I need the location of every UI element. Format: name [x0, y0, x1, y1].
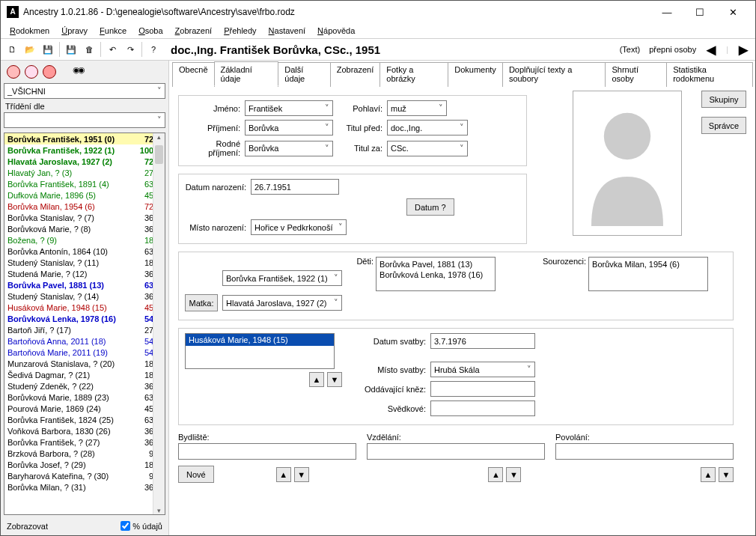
new-file-icon[interactable]: 🗋	[4, 41, 20, 58]
input-rodne[interactable]: Borůvka	[245, 141, 333, 156]
list-item[interactable]: Borůvka Pavel, 1881 (13)63 %	[4, 279, 165, 290]
menu-osoba[interactable]: Osoba	[134, 25, 167, 37]
delete-file-icon[interactable]: 🗑	[81, 41, 97, 58]
list-item[interactable]: Pourová Marie, 1869 (24)45 %	[4, 403, 165, 414]
list-item[interactable]: Studený Stanislav, ? (11)18 %	[4, 257, 165, 268]
input-vzdelani[interactable]	[367, 443, 545, 460]
spouse-down-icon[interactable]: ▼	[327, 372, 342, 387]
povolani-up-icon[interactable]: ▲	[701, 467, 716, 482]
tab-8[interactable]: Statistika rodokmenu	[666, 62, 753, 87]
list-item[interactable]: Borůvková Marie, ? (8)36 %	[4, 223, 165, 234]
help-icon[interactable]: ?	[145, 41, 162, 58]
select-misto-nar[interactable]: Hořice v Pedkrkonoší	[251, 219, 347, 235]
vzdelani-up-icon[interactable]: ▲	[488, 467, 503, 482]
list-item[interactable]: Borůvka Josef, ? (29)18 %	[4, 459, 165, 470]
list-item[interactable]: Munzarová Stanislava, ? (20)18 %	[4, 358, 165, 369]
binoculars-icon[interactable]	[73, 65, 86, 77]
povolani-down-icon[interactable]: ▼	[719, 467, 734, 482]
bydliste-up-icon[interactable]: ▲	[276, 467, 291, 482]
select-matka[interactable]: Hlavatá Jaroslava, 1927 (2)	[222, 295, 342, 311]
select-titul-za[interactable]: CSc.	[387, 141, 468, 156]
sourozenci-list[interactable]: Borůvka Milan, 1954 (6)	[588, 257, 708, 291]
switch-persons[interactable]: přepni osoby	[649, 45, 696, 54]
menu-nastaveni[interactable]: Nastavení	[264, 25, 311, 37]
undo-icon[interactable]: ↶	[104, 41, 121, 58]
spravce-button[interactable]: Správce	[701, 117, 746, 134]
tab-4[interactable]: Fotky a obrázky	[379, 62, 448, 87]
filter-combo[interactable]: _VŠICHNI	[4, 83, 165, 99]
menu-prehledy[interactable]: Přehledy	[219, 25, 260, 37]
list-item[interactable]: Borůvka Milan, 1954 (6)72 %	[4, 201, 165, 212]
person-male-icon[interactable]	[7, 65, 20, 79]
list-item[interactable]: Studený Stanislav, ? (14)36 %	[4, 290, 165, 302]
list-item[interactable]: Borůvka Milan, ? (31)36 %	[4, 481, 165, 493]
input-prijmeni[interactable]: Borůvka	[245, 120, 333, 135]
person-unknown-icon[interactable]	[43, 65, 56, 79]
tab-0[interactable]: Obecně	[172, 62, 215, 87]
menu-funkce[interactable]: Funkce	[95, 25, 131, 37]
menu-upravy[interactable]: Úpravy	[57, 25, 92, 37]
tab-7[interactable]: Shrnutí osoby	[605, 62, 667, 87]
sort-combo[interactable]	[4, 112, 165, 128]
close-button[interactable]: ✕	[716, 1, 749, 22]
list-item[interactable]: Borůvka František, 1922 (1)100 %	[4, 144, 165, 156]
avatar-box[interactable]	[573, 91, 682, 236]
menu-rodokmen[interactable]: Rodokmen	[5, 25, 54, 37]
deti-list[interactable]: Borůvka Pavel, 1881 (13)Borůvková Lenka,…	[376, 257, 496, 291]
input-jmeno[interactable]: František	[245, 100, 333, 116]
vzdelani-down-icon[interactable]: ▼	[506, 467, 521, 482]
spouse-list[interactable]: Husáková Marie, 1948 (15)	[185, 333, 335, 369]
list-item[interactable]: Božena, ? (9)18 %	[4, 234, 165, 246]
list-item[interactable]: Borůvka František, 1891 (4)63 %	[4, 178, 165, 189]
redo-icon[interactable]: ↷	[122, 41, 138, 58]
next-person-icon[interactable]: ▶	[737, 43, 749, 57]
nove-button[interactable]: Nové	[178, 466, 214, 483]
person-list[interactable]: Borůvka František, 1951 (0)72 %Borůvka F…	[4, 133, 165, 515]
select-misto-svatby[interactable]: Hrubá Skála	[430, 362, 535, 377]
pct-checkbox[interactable]: % údajů	[121, 521, 162, 531]
list-item[interactable]: Brzková Barbora, ? (28)9 %	[4, 448, 165, 459]
save-all-icon[interactable]: 💾	[63, 41, 79, 58]
list-item[interactable]: Borůvková Lenka, 1978 (16)54 %	[4, 313, 165, 324]
list-item[interactable]: Bartoňová Anna, 2011 (18)54 %	[4, 335, 165, 347]
list-item[interactable]: Šedivá Dagmar, ? (21)18 %	[4, 369, 165, 380]
select-otec[interactable]: Borůvka František, 1922 (1)	[222, 270, 342, 286]
list-item[interactable]: Borůvka František, 1824 (25)63 %	[4, 414, 165, 425]
input-knez[interactable]	[430, 381, 535, 397]
input-datum-nar[interactable]: 26.7.1951	[251, 179, 339, 195]
input-svedkove[interactable]	[430, 401, 535, 416]
list-item[interactable]: Borůvková Marie, 1889 (23)63 %	[4, 392, 165, 403]
select-pohlavi[interactable]: muž	[387, 100, 447, 116]
menu-napoveda[interactable]: Nápověda	[313, 25, 359, 37]
spouse-up-icon[interactable]: ▲	[309, 372, 324, 387]
list-item[interactable]: Borůvka Stanislav, ? (7)36 %	[4, 212, 165, 223]
matka-button[interactable]: Matka:	[185, 294, 218, 311]
tab-1[interactable]: Základní údaje	[214, 61, 279, 86]
menu-zobrazeni[interactable]: Zobrazení	[171, 25, 217, 37]
save-icon[interactable]: 💾	[40, 41, 56, 58]
input-bydliste[interactable]	[178, 443, 356, 460]
datum-button[interactable]: Datum ?	[406, 198, 454, 216]
bydliste-down-icon[interactable]: ▼	[294, 467, 309, 482]
list-item[interactable]: Studená Marie, ? (12)36 %	[4, 268, 165, 279]
tab-5[interactable]: Dokumenty	[448, 62, 503, 87]
list-item[interactable]: Bartoň Jiří, ? (17)27 %	[4, 324, 165, 335]
list-item[interactable]: Hlavatá Jaroslava, 1927 (2)72 %	[4, 156, 165, 167]
skupiny-button[interactable]: Skupiny	[701, 91, 746, 108]
input-datum-svatby[interactable]: 3.7.1976	[430, 333, 535, 349]
tab-6[interactable]: Doplňující texty a soubory	[502, 62, 606, 87]
list-item[interactable]: Borůvka František, ? (27)36 %	[4, 436, 165, 448]
open-file-icon[interactable]: 📂	[22, 41, 38, 58]
tab-3[interactable]: Zobrazení	[330, 62, 381, 87]
scrollbar[interactable]	[153, 133, 165, 514]
select-titul-pred[interactable]: doc.,Ing.	[387, 120, 468, 135]
list-item[interactable]: Borůvka Antonín, 1864 (10)63 %	[4, 246, 165, 257]
text-link[interactable]: (Text)	[620, 45, 641, 54]
list-item[interactable]: Borůvka František, 1951 (0)72 %	[4, 133, 165, 144]
list-item[interactable]: Voňková Barbora, 1830 (26)36 %	[4, 425, 165, 436]
list-item[interactable]: Hlavatý Jan, ? (3)27 %	[4, 167, 165, 178]
list-item[interactable]: Studený Zdeněk, ? (22)36 %	[4, 380, 165, 392]
list-item[interactable]: Husáková Marie, 1948 (15)45 %	[4, 302, 165, 313]
list-item[interactable]: Bartoňová Marie, 2011 (19)54 %	[4, 347, 165, 358]
list-item[interactable]: Baryharová Kateřina, ? (30)9 %	[4, 470, 165, 481]
